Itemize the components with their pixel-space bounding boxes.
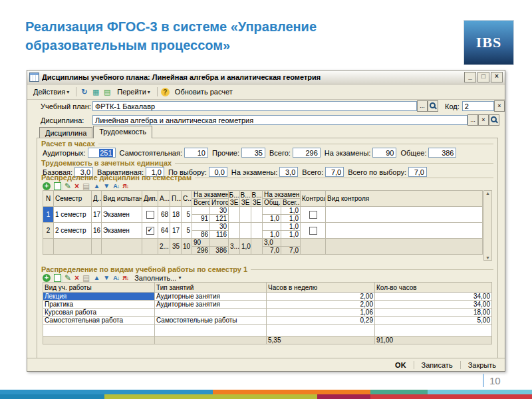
reread-icon[interactable]: ↻ (80, 88, 89, 96)
add-row-icon[interactable]: + (43, 182, 51, 190)
move-down-icon[interactable]: ▼ (103, 274, 110, 281)
grid-settings-icon[interactable]: ▤ (82, 182, 90, 190)
hours-auditory-input[interactable]: 251 (88, 148, 116, 158)
cell-ex2-obsh[interactable] (263, 207, 281, 215)
fill-menu-button[interactable]: Заполнить... ▾ (134, 274, 181, 282)
scroll-up-icon[interactable]: ▲ (485, 191, 490, 196)
cell-a[interactable]: 64 (158, 223, 170, 239)
cell-s[interactable]: 5 (182, 207, 192, 223)
cell-b-ze[interactable] (229, 223, 240, 239)
semesters-scrollbar[interactable]: ▲ ▼ (483, 190, 492, 261)
new-document-icon[interactable]: ▤ (102, 88, 112, 96)
cell-v-ze-2[interactable] (251, 223, 263, 239)
copy-row-icon[interactable] (54, 182, 61, 190)
edit-row-icon[interactable]: ✎ (65, 274, 71, 282)
hours-total-input[interactable]: 296 (293, 148, 321, 158)
cell-hours-week[interactable]: 0,29 (267, 317, 375, 325)
close-button[interactable]: × (491, 72, 503, 82)
cell-hours-total[interactable]: 34,00 (375, 301, 492, 309)
cell-ex-itogo[interactable]: 30 (210, 223, 229, 231)
col-dip[interactable]: Дип... (142, 191, 158, 207)
col-d[interactable]: Д... (92, 191, 102, 207)
col-exams2-group[interactable]: На экзамен... (263, 191, 301, 199)
move-up-icon[interactable]: ▲ (93, 274, 100, 281)
cell-ex2-obsh2[interactable]: 1,0 (263, 231, 281, 239)
cell-hours-week[interactable]: 2,00 (267, 301, 375, 309)
col-v-ze-2[interactable]: В... ЗЕ (251, 191, 263, 207)
discipline-select-button[interactable]: ... (467, 114, 478, 126)
col-exams-total[interactable]: Всего (192, 199, 210, 207)
table-row[interactable]: Самостоятельная работа Самостоятельные р… (43, 317, 492, 325)
cell-d[interactable]: 16 (92, 223, 102, 239)
code-input[interactable]: 2 (462, 101, 494, 111)
col-s[interactable]: С... (182, 191, 192, 207)
actions-menu-button[interactable]: Действия ▾ (30, 86, 72, 97)
table-row[interactable]: 1 1 семестр 17 Экзамен 68 18 5 30 (43, 207, 483, 215)
sort-desc-icon[interactable]: Я↓ (122, 275, 128, 281)
dip-checkbox[interactable] (146, 211, 154, 219)
move-up-icon[interactable]: ▲ (93, 182, 100, 190)
refresh-calc-button[interactable]: Обновить расчет (172, 86, 236, 97)
cell-v-ze-1[interactable] (240, 207, 251, 223)
delete-row-icon[interactable]: × (74, 182, 79, 190)
cell-a[interactable]: 68 (158, 207, 170, 223)
cell-d[interactable]: 17 (92, 207, 102, 223)
cell-ex2-vseg2[interactable]: 1,0 (281, 215, 301, 223)
cell-work-type-selected[interactable]: Лекция (43, 293, 155, 301)
hours-other-input[interactable]: 35 (241, 148, 265, 158)
move-down-icon[interactable]: ▼ (103, 182, 110, 190)
cell-lesson-type[interactable]: Аудиторные занятия (155, 293, 267, 301)
grid-settings-icon[interactable]: ▤ (82, 274, 90, 282)
table-row[interactable]: Лекция Аудиторные занятия 2,00 34,00 (43, 293, 492, 301)
hours-self-input[interactable]: 10 (184, 148, 208, 158)
col-work-type[interactable]: Вид уч. работы (43, 283, 155, 293)
cell-ex-vsego[interactable] (192, 207, 210, 215)
cell-lesson-type[interactable]: Аудиторные занятия (155, 301, 267, 309)
cell-ex-itogo[interactable]: 30 (210, 207, 229, 215)
cell-control-type[interactable] (326, 223, 483, 239)
cell-ex2-obsh[interactable] (263, 223, 281, 231)
col-b-ze[interactable]: Б... ЗЕ (229, 191, 240, 207)
cell-work-type[interactable]: Практика (43, 301, 155, 309)
cell-control-type[interactable] (326, 207, 483, 223)
sort-asc-icon[interactable]: А↓ (113, 183, 119, 190)
cell-lesson-type[interactable] (155, 309, 267, 317)
plan-search-icon[interactable] (428, 100, 438, 112)
col-hours-total[interactable]: Кол-во часов (375, 283, 492, 293)
col-v-ze-1[interactable]: В... ЗЕ (240, 191, 251, 207)
cell-p[interactable]: 17 (170, 223, 182, 239)
cell-exam-type[interactable]: Экзамен (102, 207, 142, 223)
tab-workload[interactable]: Трудоемкость (93, 126, 152, 138)
cell-b-ze[interactable] (229, 207, 240, 223)
close-form-button[interactable]: Закрыть (465, 360, 499, 370)
code-clear-icon[interactable]: × (494, 100, 505, 112)
row-number-selected[interactable]: 1 (43, 207, 54, 223)
table-row[interactable]: 2 2 семестр 16 Экзамен ✔ 64 17 5 30 (43, 223, 483, 231)
ok-button[interactable]: OK (392, 360, 410, 370)
cell-ex2-obsh2[interactable]: 1,0 (263, 215, 281, 223)
table-row[interactable]: Курсовая работа 1,06 18,00 (43, 309, 492, 317)
cell-dip[interactable] (142, 207, 158, 223)
cell-hours-week[interactable]: 2,00 (267, 293, 375, 301)
help-icon[interactable]: ? (161, 88, 170, 96)
row-number[interactable]: 2 (43, 223, 54, 239)
cell-hours-total[interactable]: 5,00 (375, 317, 492, 325)
cell-hours-total[interactable]: 18,00 (375, 309, 492, 317)
plan-select-button[interactable]: ... (417, 100, 428, 112)
control-checkbox[interactable] (309, 211, 317, 219)
table-row[interactable]: Практика Аудиторные занятия 2,00 34,00 (43, 301, 492, 309)
save-button[interactable]: Записать (418, 360, 456, 370)
cell-ex-vsego2[interactable]: 86 (192, 231, 210, 239)
col-exams2-obsh[interactable]: Общ... (263, 199, 281, 207)
dip-checkbox[interactable]: ✔ (146, 227, 154, 235)
cell-hours-week[interactable]: 1,06 (267, 309, 375, 317)
col-exams-sum[interactable]: Итого (210, 199, 229, 207)
cell-hours-total[interactable]: 34,00 (375, 293, 492, 301)
cell-ex-itogo2[interactable]: 121 (210, 215, 229, 223)
cell-dip[interactable]: ✔ (142, 223, 158, 239)
semesters-table[interactable]: N Семестр Д... Вид испытаний Дип... А...… (43, 190, 483, 255)
cell-lesson-type[interactable]: Самостоятельные работы (155, 317, 267, 325)
tab-discipline[interactable]: Дисциплина (39, 127, 92, 138)
delete-row-icon[interactable]: × (74, 274, 79, 282)
cell-p[interactable]: 18 (170, 207, 182, 223)
